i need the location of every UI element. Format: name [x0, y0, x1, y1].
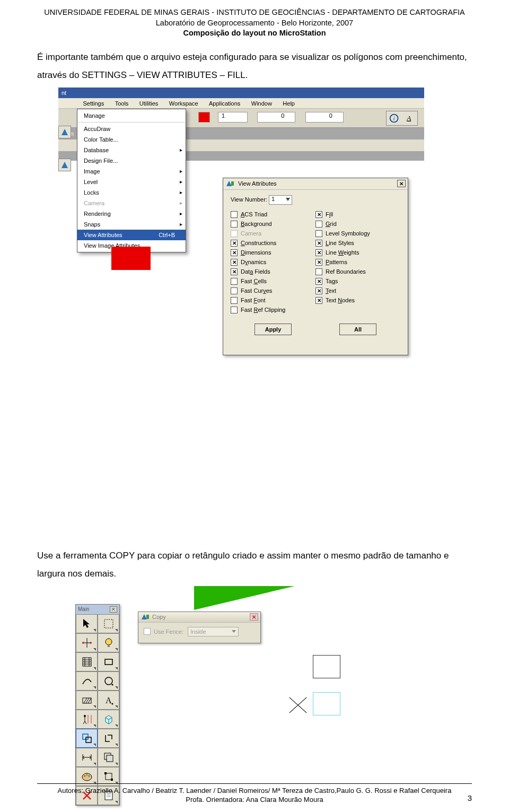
svg-rect-52: [146, 615, 149, 619]
chk-dynamics[interactable]: ✕Dynamics: [231, 259, 315, 266]
chk-constructions[interactable]: ✕Constructions: [231, 240, 315, 247]
menubar-utilities[interactable]: Utilities: [135, 98, 162, 108]
tool-rectangle-icon[interactable]: [98, 652, 119, 671]
chk-line-styles[interactable]: ✕Line Styles: [315, 240, 400, 247]
chk-level-symbology[interactable]: Level Symbology: [315, 230, 400, 237]
chk-background[interactable]: Background: [231, 221, 315, 228]
svg-point-19: [111, 684, 113, 685]
menubar-window[interactable]: Window: [247, 98, 276, 108]
chk-dimensions[interactable]: ✕Dimensions: [231, 249, 315, 256]
menu-snaps[interactable]: Snaps▸: [77, 219, 186, 230]
close-icon[interactable]: ✕: [397, 180, 406, 187]
settings-dropdown: Manage AccuDraw Color Table... Database▸…: [77, 109, 186, 252]
svg-point-41: [86, 774, 87, 775]
green-shape: [194, 586, 295, 610]
menubar-applications[interactable]: Applications: [205, 98, 244, 108]
chk-fast-font[interactable]: Fast Font: [231, 297, 315, 304]
linestyle-field[interactable]: 0: [257, 112, 295, 123]
menubar-tools[interactable]: Tools: [111, 98, 133, 108]
svg-point-40: [84, 775, 85, 776]
tool-cube-icon[interactable]: [98, 710, 119, 729]
svg-line-29: [85, 721, 86, 724]
level-field[interactable]: 1: [218, 112, 248, 123]
chk-line-weights[interactable]: ✕Line Weights: [315, 249, 400, 256]
chevron-down-icon: [232, 630, 236, 633]
menu-database[interactable]: Database▸: [77, 145, 186, 155]
chk-fast-cells[interactable]: Fast Cells: [231, 278, 315, 285]
menubar-help[interactable]: Help: [278, 98, 299, 108]
svg-point-9: [106, 639, 112, 645]
example-square-source: [313, 655, 340, 678]
menu-accudraw[interactable]: AccuDraw: [77, 124, 186, 134]
tool-lightbulb-icon[interactable]: [98, 633, 119, 652]
chk-tags[interactable]: ✕Tags: [315, 278, 400, 285]
tool-hatch-icon[interactable]: [76, 652, 98, 671]
view-number-select[interactable]: 1: [269, 195, 292, 205]
dialog-icon: [225, 179, 235, 188]
menu-locks[interactable]: Locks▸: [77, 187, 186, 198]
menu-design-file[interactable]: Design File...: [77, 155, 186, 166]
main-tool-palette[interactable]: Main ✕ A: [75, 604, 120, 806]
tool-curve-icon[interactable]: [76, 671, 98, 691]
svg-point-26: [84, 715, 86, 717]
use-fence-checkbox[interactable]: [144, 628, 151, 635]
menu-view-attributes[interactable]: View AttributesCtrl+B: [77, 230, 186, 240]
tool-overlap-squares-icon[interactable]: [98, 748, 119, 767]
palette-titlebar[interactable]: Main ✕: [76, 605, 119, 614]
copy-dialog-titlebar[interactable]: Copy ✕: [138, 612, 260, 623]
svg-rect-44: [104, 772, 107, 774]
menu-manage[interactable]: Manage: [77, 110, 186, 121]
chk-ref-boundaries[interactable]: Ref Boundaries: [315, 268, 400, 275]
checkbox-column-right: ✕Fill Grid Level Symbology ✕Line Styles …: [315, 211, 400, 316]
element-info-button[interactable]: i A: [386, 111, 418, 126]
tool-pointer-icon[interactable]: [76, 614, 98, 633]
color-swatch-red[interactable]: [198, 112, 210, 123]
dialog-icon: [141, 613, 150, 621]
lineweight-field[interactable]: 0: [305, 112, 344, 123]
dialog-title: View Attributes: [238, 180, 397, 187]
titlebar: [58, 88, 424, 98]
all-button[interactable]: All: [339, 324, 376, 335]
svg-rect-32: [83, 734, 88, 739]
apply-button[interactable]: Apply: [254, 324, 292, 335]
svg-text:i: i: [393, 115, 395, 121]
crosshair-icon: [286, 694, 310, 715]
chk-text[interactable]: ✕Text: [315, 287, 400, 294]
titlebar-fragment: nt: [58, 88, 69, 98]
tool-pattern-icon[interactable]: [76, 691, 98, 710]
tool-measure-person-icon[interactable]: [76, 710, 98, 729]
svg-point-18: [105, 677, 112, 685]
screenshot-settings-menu: nt Settings Tools Utilities Workspace Ap…: [58, 88, 424, 316]
tool-snap-plus-icon[interactable]: [76, 633, 98, 652]
tool-dimension-icon[interactable]: [76, 748, 98, 767]
chk-fast-curves[interactable]: Fast Curves: [231, 287, 315, 294]
chk-data-fields[interactable]: ✕Data Fields: [231, 268, 315, 275]
tool-copy-icon[interactable]: [76, 729, 98, 748]
tool-circle-icon[interactable]: [98, 671, 119, 691]
svg-rect-17: [105, 659, 112, 665]
tool-text-icon[interactable]: A: [98, 691, 119, 710]
paragraph-2: Use a ferramenta COPY para copiar o retâ…: [37, 547, 472, 583]
close-icon[interactable]: ✕: [110, 606, 117, 613]
screenshot-copy-tool: Main ✕ A Copy: [58, 586, 424, 772]
chk-text-nodes[interactable]: ✕Text Nodes: [315, 297, 400, 304]
menu-camera: Camera▸: [77, 198, 186, 208]
svg-rect-33: [86, 737, 91, 743]
header-line1: UNIVERSIDADE FEDERAL DE MINAS GERAIS - I…: [37, 7, 472, 18]
menubar-settings[interactable]: Settings: [78, 98, 108, 108]
chk-patterns[interactable]: ✕Patterns: [315, 259, 400, 266]
chk-acs-triad[interactable]: ACS Triad: [231, 211, 315, 218]
chk-fill[interactable]: ✕Fill: [315, 211, 400, 218]
close-icon[interactable]: ✕: [250, 613, 258, 621]
chk-grid[interactable]: Grid: [315, 221, 400, 228]
menubar-workspace[interactable]: Workspace: [165, 98, 203, 108]
chk-fast-ref-clipping[interactable]: Fast Ref Clipping: [231, 307, 315, 313]
menu-level[interactable]: Level▸: [77, 177, 186, 187]
menu-rendering[interactable]: Rendering▸: [77, 208, 186, 219]
fence-mode-select[interactable]: Inside: [188, 627, 239, 636]
dialog-titlebar[interactable]: View Attributes ✕: [223, 178, 408, 190]
tool-selection-marquee-icon[interactable]: [98, 614, 119, 633]
menu-color-table[interactable]: Color Table...: [77, 134, 186, 145]
menu-image[interactable]: Image▸: [77, 166, 186, 177]
tool-bracket-shape-icon[interactable]: [98, 729, 119, 748]
